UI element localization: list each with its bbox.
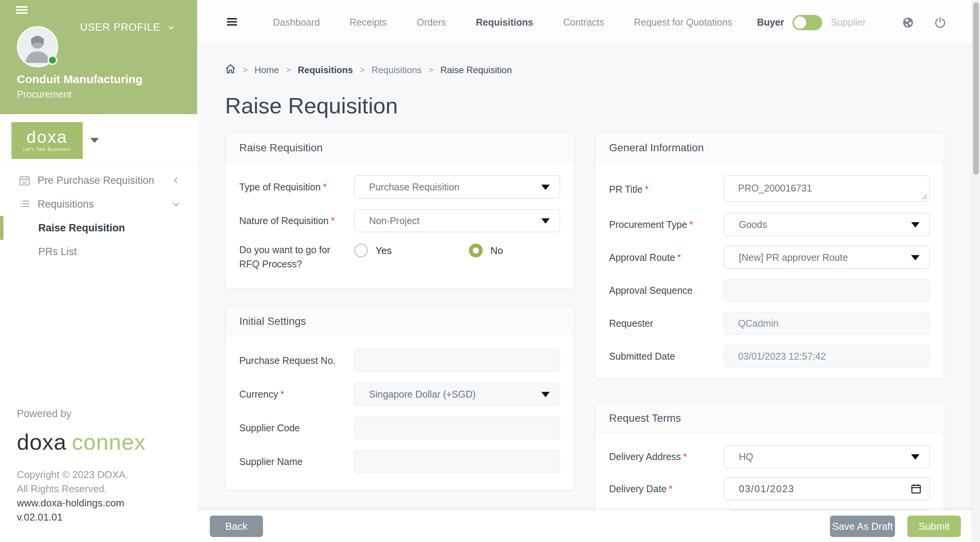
calendar-icon[interactable] (911, 484, 921, 494)
pr-title-textarea[interactable]: PRO_200016731 (724, 175, 930, 201)
company-name: Conduit Manufacturing (17, 73, 142, 86)
currency-select[interactable]: Singapore Dollar (+SGD) (354, 383, 560, 406)
sidebar-menu: Pre Purchase Requisition Requisitions Ra… (0, 167, 197, 264)
select-value: HQ (739, 451, 753, 462)
type-of-requisition-select[interactable]: Purchase Requisition (354, 175, 560, 198)
scrollbar-thumb[interactable] (973, 2, 979, 175)
sidebar-item-pre-purchase-requisition[interactable]: Pre Purchase Requisition (0, 169, 197, 192)
select-value: Non-Project (369, 215, 420, 226)
supplier-code-input[interactable] (354, 416, 560, 439)
rfq-no-label: No (490, 245, 503, 257)
back-button[interactable]: Back (210, 516, 263, 537)
breadcrumb-requisitions-2[interactable]: Requisitions (372, 65, 422, 75)
general-information-card: General Information PR Title* PRO_200016… (595, 133, 944, 379)
required-asterisk: * (689, 219, 693, 230)
sidebar-hamburger-icon[interactable] (16, 6, 28, 15)
top-navigation-bar: Dashboard Receipts Orders Requisitions C… (197, 0, 980, 45)
save-as-draft-button[interactable]: Save As Draft (830, 516, 895, 537)
select-caret-icon (541, 218, 550, 224)
breadcrumb-current: Raise Requisition (440, 65, 512, 75)
select-caret-icon (911, 222, 920, 228)
approval-sequence-input[interactable] (724, 279, 930, 302)
delivery-date-label: Delivery Date* (609, 482, 724, 496)
nav-request-for-quotations[interactable]: Request for Quotations (634, 17, 732, 28)
breadcrumb-home[interactable]: Home (255, 65, 279, 75)
card-title: Raise Requisition (225, 133, 574, 162)
select-value: Goods (739, 219, 767, 230)
sidebar-item-label: Requisitions (38, 198, 94, 210)
rfq-yes-option[interactable]: Yes (354, 244, 469, 257)
entity-caret-icon[interactable] (90, 138, 99, 143)
page-scrollbar[interactable] (972, 0, 980, 542)
rfq-no-option[interactable]: No (469, 244, 503, 257)
nav-receipts[interactable]: Receipts (350, 17, 387, 28)
breadcrumb-separator: > (360, 65, 365, 75)
nav-dashboard[interactable]: Dashboard (273, 17, 320, 28)
copyright-text: Copyright © 2023 DOXA. (17, 468, 180, 482)
delivery-address-select[interactable]: HQ (724, 445, 930, 468)
initial-settings-card: Initial Settings Purchase Request No. Cu… (225, 306, 574, 490)
select-caret-icon (911, 255, 920, 260)
nav-requisitions[interactable]: Requisitions (476, 17, 533, 28)
globe-icon[interactable] (902, 16, 914, 29)
breadcrumb: > Home > Requisitions > Requisitions > R… (225, 64, 944, 77)
brand-connex: connex (72, 429, 146, 454)
entity-switcher: doxa Let's Talk Business! (0, 114, 197, 167)
purchase-request-no-input[interactable] (354, 349, 560, 372)
submitted-date-input (724, 345, 930, 368)
submit-button[interactable]: Submit (907, 516, 961, 537)
procurement-type-select[interactable]: Goods (724, 213, 930, 236)
online-status-dot (47, 55, 57, 65)
rights-text: All Rights Reserved. (17, 482, 180, 496)
version-text: v.02.01.01 (17, 510, 180, 524)
main-area: Dashboard Receipts Orders Requisitions C… (197, 0, 980, 542)
doxa-connex-logo: doxaconnex (17, 429, 180, 455)
sidebar-footer: Powered by doxaconnex Copyright © 2023 D… (0, 408, 197, 542)
sidebar-item-prs-list[interactable]: PRs List (0, 240, 197, 264)
supplier-name-label: Supplier Name (239, 455, 354, 469)
topnav-links: Dashboard Receipts Orders Requisitions C… (273, 17, 732, 28)
nav-contracts[interactable]: Contracts (563, 17, 604, 28)
user-profile-dropdown[interactable]: USER PROFILE (80, 21, 176, 33)
page-title: Raise Requisition (225, 93, 944, 118)
user-profile-label: USER PROFILE (80, 21, 160, 33)
radio-checked-icon[interactable] (469, 244, 483, 257)
card-title: General Information (595, 133, 944, 162)
sidebar-item-requisitions[interactable]: Requisitions (0, 192, 197, 216)
avatar[interactable] (17, 26, 58, 67)
buyer-label: Buyer (757, 17, 784, 28)
requester-input (724, 312, 930, 335)
website-link[interactable]: www.doxa-holdings.com (17, 496, 180, 510)
nav-orders[interactable]: Orders (417, 17, 446, 28)
approval-route-select[interactable]: [New] PR approver Route (724, 246, 930, 269)
buyer-supplier-toggle[interactable] (792, 15, 822, 30)
calendar-check-icon (18, 174, 31, 187)
sidebar-subitem-label: PRs List (38, 246, 77, 258)
breadcrumb-home-icon[interactable] (225, 64, 236, 77)
select-value: Singapore Dollar (+SGD) (369, 389, 476, 400)
department-label: Procurement (17, 89, 72, 100)
delivery-date-input[interactable]: 03/01/2023 (724, 477, 930, 500)
submitted-date-label: Submitted Date (609, 349, 724, 364)
topnav-hamburger-icon[interactable] (227, 18, 237, 27)
power-icon[interactable] (934, 16, 946, 29)
supplier-name-input[interactable] (354, 450, 560, 473)
select-value: Purchase Requisition (369, 182, 459, 193)
nature-of-requisition-select[interactable]: Non-Project (354, 209, 560, 232)
sidebar-subitem-label: Raise Requisition (38, 222, 125, 234)
resize-grip-icon[interactable] (921, 194, 928, 200)
card-title: Initial Settings (225, 307, 574, 336)
sidebar-item-raise-requisition[interactable]: Raise Requisition (0, 216, 197, 240)
breadcrumb-requisitions[interactable]: Requisitions (298, 65, 353, 75)
chevron-down-icon (167, 23, 176, 32)
approval-route-label: Approval Route* (609, 251, 724, 265)
doxa-logo[interactable]: doxa Let's Talk Business! (11, 122, 83, 159)
radio-unchecked-icon[interactable] (354, 244, 368, 257)
list-icon (18, 198, 31, 210)
chevron-left-icon (172, 176, 180, 185)
form-grid: Raise Requisition Type of Requisition* P… (225, 133, 944, 525)
required-asterisk: * (323, 182, 327, 192)
required-asterisk: * (645, 184, 649, 195)
rfq-process-label: Do you want to go for RFQ Process? (239, 243, 354, 271)
request-terms-card: Request Terms Delivery Address* HQ (595, 403, 944, 525)
